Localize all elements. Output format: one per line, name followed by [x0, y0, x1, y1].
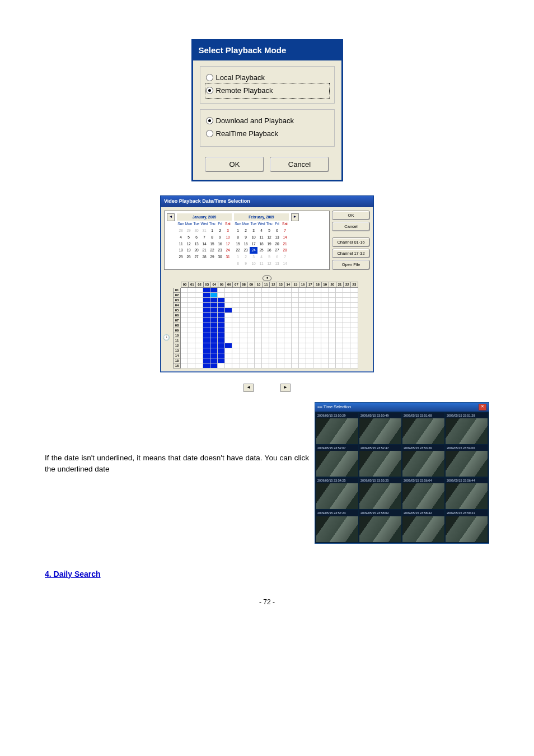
timeline-cell[interactable]	[336, 348, 343, 353]
timeline-cell[interactable]	[343, 363, 350, 368]
timeline-cell[interactable]	[181, 293, 188, 298]
timeline-cell[interactable]	[218, 308, 225, 313]
timeline-cell[interactable]	[284, 293, 292, 298]
calendar-day[interactable]: 4	[257, 227, 265, 234]
timeline-cell[interactable]	[262, 293, 269, 298]
timeline-cell[interactable]	[232, 333, 240, 338]
timeline-cell[interactable]	[343, 303, 350, 308]
calendar-day[interactable]: 14	[200, 241, 208, 248]
timeline-cell[interactable]	[195, 338, 203, 343]
calendar-day[interactable]: 10	[224, 234, 232, 241]
timeline-cell[interactable]	[284, 333, 292, 338]
timeline-cell[interactable]	[203, 298, 210, 303]
cancel-button[interactable]: Cancel	[332, 222, 370, 231]
timeline-cell[interactable]	[225, 333, 232, 338]
timeline-cell[interactable]	[313, 358, 321, 363]
timeline-cell[interactable]	[299, 363, 306, 368]
timeline-cell[interactable]	[195, 318, 203, 323]
timeline-cell[interactable]	[277, 323, 284, 328]
timeline-cell[interactable]	[313, 303, 321, 308]
timeline-cell[interactable]	[343, 343, 350, 348]
timeline-cell[interactable]	[329, 328, 336, 333]
thumbnail[interactable]: 2009/05/15 23:56:04	[402, 478, 444, 509]
timeline-cell[interactable]	[321, 288, 329, 293]
calendar-day[interactable]: 7	[281, 227, 289, 234]
timeline-cell[interactable]	[210, 348, 218, 353]
timeline-cell[interactable]	[299, 348, 306, 353]
thumbnail[interactable]: 2009/05/15 23:53:26	[402, 445, 444, 477]
timeline-cell[interactable]	[247, 298, 255, 303]
timeline-cell[interactable]	[292, 303, 299, 308]
calendar-day[interactable]: 28	[281, 247, 289, 254]
calendar-day[interactable]: 28	[177, 227, 185, 234]
timeline-cell[interactable]	[329, 323, 336, 328]
calendar-day[interactable]: 11	[257, 260, 265, 267]
calendar-day[interactable]: 9	[242, 234, 250, 241]
timeline-cell[interactable]	[181, 343, 188, 348]
calendar-day[interactable]: 11	[177, 241, 185, 248]
calendar-day[interactable]: 27	[193, 254, 200, 260]
calendar-day[interactable]: 9	[216, 234, 224, 241]
calendar-day[interactable]: 24	[224, 247, 232, 254]
timeline-cell[interactable]	[343, 313, 350, 318]
download-playback-radio[interactable]: Download and Playback	[206, 114, 329, 128]
timeline-cell[interactable]	[210, 318, 218, 323]
timeline-cell[interactable]	[336, 358, 343, 363]
calendar-day[interactable]: 12	[265, 234, 273, 241]
timeline-cell[interactable]	[306, 338, 313, 343]
timeline-cell[interactable]	[210, 328, 218, 333]
timeline-cell[interactable]	[195, 353, 203, 358]
timeline-cell[interactable]	[292, 323, 299, 328]
timeline-cell[interactable]	[299, 303, 306, 308]
timeline-cell[interactable]	[292, 343, 299, 348]
timeline-cell[interactable]	[188, 288, 195, 293]
calendar-day[interactable]: 23	[242, 247, 250, 254]
timeline-cell[interactable]	[181, 303, 188, 308]
timeline-cell[interactable]	[218, 338, 225, 343]
cancel-button[interactable]: Cancel	[270, 157, 329, 172]
timeline-cell[interactable]	[336, 333, 343, 338]
calendar-day[interactable]: 17	[250, 241, 257, 248]
timeline-cell[interactable]	[218, 323, 225, 328]
timeline-cell[interactable]	[350, 303, 358, 308]
timeline-cell[interactable]	[195, 343, 203, 348]
calendar-day[interactable]: 12	[265, 260, 273, 267]
calendar-day[interactable]: 1	[208, 227, 216, 234]
timeline-cell[interactable]	[350, 308, 358, 313]
timeline-cell[interactable]	[210, 343, 218, 348]
daily-search-heading[interactable]: 4. Daily Search	[45, 568, 101, 580]
timeline-cell[interactable]	[255, 308, 262, 313]
timeline-cell[interactable]	[240, 293, 247, 298]
timeline-cell[interactable]	[321, 303, 329, 308]
timeline-cell[interactable]	[218, 313, 225, 318]
timeline-cell[interactable]	[306, 303, 313, 308]
timeline-cell[interactable]	[210, 308, 218, 313]
calendar-day[interactable]: 29	[208, 254, 216, 260]
calendar-day[interactable]: 19	[185, 247, 193, 254]
timeline-marker-icon[interactable]: ◄	[263, 276, 271, 281]
thumbnail[interactable]: 2009/05/15 23:51:08	[402, 413, 444, 444]
timeline-cell[interactable]	[269, 303, 277, 308]
timeline-cell[interactable]	[181, 328, 188, 333]
channel-1-16-button[interactable]: Channel 01-16	[332, 237, 370, 247]
timeline-cell[interactable]	[306, 358, 313, 363]
thumbnail[interactable]: 2009/05/15 23:55:25	[359, 478, 401, 509]
timeline-cell[interactable]	[255, 358, 262, 363]
timeline-cell[interactable]	[210, 293, 218, 298]
timeline-cell[interactable]	[225, 353, 232, 358]
calendar-day[interactable]: 5	[185, 234, 193, 241]
timeline-cell[interactable]	[240, 363, 247, 368]
timeline-cell[interactable]	[313, 298, 321, 303]
timeline-cell[interactable]	[255, 333, 262, 338]
timeline-cell[interactable]	[262, 343, 269, 348]
timeline-cell[interactable]	[225, 313, 232, 318]
timeline-cell[interactable]	[195, 328, 203, 333]
timeline-cell[interactable]	[262, 353, 269, 358]
calendar-day[interactable]: 11	[257, 234, 265, 241]
timeline-cell[interactable]	[350, 358, 358, 363]
ok-button[interactable]: OK	[205, 157, 264, 172]
calendar-day[interactable]: 15	[234, 241, 242, 248]
timeline-cell[interactable]	[232, 323, 240, 328]
calendar-day[interactable]: 22	[234, 247, 242, 254]
timeline-cell[interactable]	[343, 288, 350, 293]
